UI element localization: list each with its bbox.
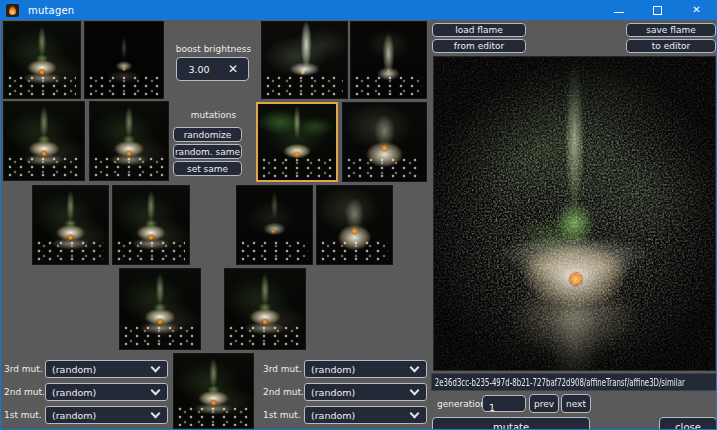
third-mutation-label: 3rd mut.: [4, 364, 45, 374]
flame-preview[interactable]: [433, 56, 716, 371]
mutation-thumbnail[interactable]: [224, 268, 306, 350]
window-title: mutagen: [28, 5, 74, 16]
third-mutation-select-right[interactable]: (random): [304, 360, 427, 378]
window-controls: ✕: [599, 0, 716, 20]
mutation-thumbnail[interactable]: [112, 185, 190, 265]
save-flame-button[interactable]: save flame: [626, 23, 716, 37]
chevron-down-icon: [410, 362, 420, 372]
preview-vignette: [434, 57, 715, 370]
clear-brightness-icon[interactable]: ✕: [221, 58, 245, 80]
second-mutation-select-left[interactable]: (random): [45, 383, 168, 401]
boost-brightness-label: boost brightness: [171, 44, 256, 54]
mutation-selector-row: 3rd mut. (random): [263, 360, 427, 378]
randomize-button[interactable]: randomize: [173, 127, 242, 142]
close-button[interactable]: close: [659, 417, 717, 430]
mutagen-window: mutagen ✕ boost brightness ✕ mutations r…: [0, 0, 717, 430]
minimize-icon: [614, 12, 624, 13]
title-bar: mutagen ✕: [1, 0, 716, 20]
third-mutation-select-left[interactable]: (random): [45, 360, 168, 378]
maximize-icon: [653, 6, 662, 15]
mutation-thumbnail[interactable]: [89, 101, 169, 181]
selected-option: (random): [305, 387, 411, 398]
first-mutation-label: 1st mut.: [4, 410, 45, 420]
first-mutation-select-left[interactable]: (random): [45, 406, 168, 424]
chevron-down-icon: [151, 385, 161, 395]
mutation-selector-row: 1st mut. (random): [263, 406, 427, 424]
load-flame-button[interactable]: load flame: [432, 23, 526, 37]
minimize-button[interactable]: [599, 0, 638, 20]
boost-brightness-input[interactable]: [177, 58, 221, 80]
chevron-down-icon: [151, 362, 161, 372]
from-editor-button[interactable]: from editor: [432, 39, 526, 53]
first-mutation-select-right[interactable]: (random): [304, 406, 427, 424]
chevron-down-icon: [151, 408, 161, 418]
boost-brightness-field: ✕: [176, 57, 249, 81]
mutate-button[interactable]: mutate: [432, 417, 590, 430]
selected-option: (random): [305, 410, 411, 421]
next-generation-button[interactable]: next: [561, 394, 591, 413]
prev-generation-button[interactable]: prev: [529, 394, 559, 413]
mutation-thumbnail-selected[interactable]: [256, 102, 338, 182]
first-mutation-label: 1st mut.: [263, 410, 304, 420]
mutation-thumbnail[interactable]: [342, 102, 427, 182]
flame-path-bar: 2e36d3cc-b235-497d-8b21-727baf72d908/aff…: [431, 373, 717, 391]
mutation-thumbnail[interactable]: [84, 21, 164, 99]
selected-option: (random): [305, 364, 411, 375]
second-mutation-label: 2nd mut.: [4, 387, 45, 397]
mutation-selector-row: 1st mut. (random): [4, 406, 168, 424]
mutations-label: mutations: [171, 110, 256, 120]
app-flame-icon: [6, 4, 19, 17]
chevron-down-icon: [410, 408, 420, 418]
mutation-thumbnail[interactable]: [3, 101, 85, 181]
chevron-down-icon: [410, 385, 420, 395]
maximize-button[interactable]: [638, 0, 677, 20]
second-mutation-label: 2nd mut.: [263, 387, 304, 397]
generation-field: [482, 395, 526, 412]
selected-option: (random): [46, 364, 152, 375]
mutation-thumbnail[interactable]: [350, 21, 427, 99]
mutation-selector-row: 3rd mut. (random): [4, 360, 168, 378]
set-same-button[interactable]: set same: [173, 161, 242, 176]
mutation-thumbnail[interactable]: [32, 185, 109, 265]
second-mutation-select-right[interactable]: (random): [304, 383, 427, 401]
selected-option: (random): [46, 387, 152, 398]
close-window-button[interactable]: ✕: [677, 0, 716, 20]
to-editor-button[interactable]: to editor: [626, 39, 716, 53]
generation-input[interactable]: [483, 400, 525, 415]
flame-path-text: 2e36d3cc-b235-497d-8b21-727baf72d908/aff…: [432, 377, 685, 388]
mutation-thumbnail[interactable]: [316, 185, 393, 265]
mutation-selector-row: 2nd mut. (random): [263, 383, 427, 401]
mutation-thumbnail[interactable]: [173, 353, 254, 429]
random-same-button[interactable]: random. same: [173, 144, 242, 159]
close-icon: ✕: [692, 5, 700, 15]
mutation-selector-row: 2nd mut. (random): [4, 383, 168, 401]
mutation-thumbnail[interactable]: [261, 21, 348, 99]
selected-option: (random): [46, 410, 152, 421]
mutation-thumbnail[interactable]: [236, 185, 313, 265]
third-mutation-label: 3rd mut.: [263, 364, 304, 374]
mutation-thumbnail[interactable]: [3, 21, 81, 99]
generation-label: generation: [437, 399, 486, 409]
mutation-thumbnail[interactable]: [119, 268, 201, 350]
